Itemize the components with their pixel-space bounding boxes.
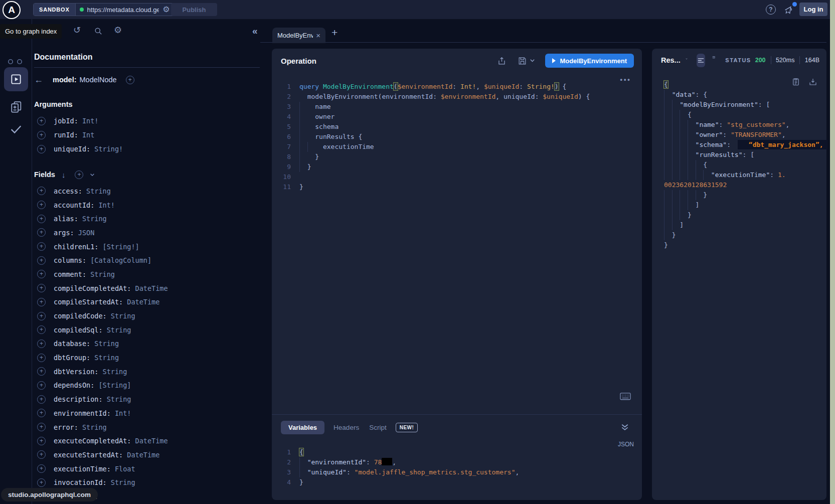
add-to-query-icon[interactable]: + xyxy=(37,354,46,362)
schema-field-row[interactable]: +dbtVersion: String xyxy=(34,365,261,379)
schema-field-row[interactable]: +jobId: Int! xyxy=(34,114,261,128)
schema-field-row[interactable]: +executeCompletedAt: DateTime xyxy=(34,434,261,448)
add-to-query-icon[interactable]: + xyxy=(37,367,46,376)
response-json[interactable]: {"data": {"modelByEnvironment": [{"name"… xyxy=(664,80,819,250)
schema-field-row[interactable]: +invocationId: String xyxy=(34,475,261,489)
add-to-query-icon[interactable]: + xyxy=(37,228,46,237)
schema-field-row[interactable]: +description: String xyxy=(34,392,261,406)
add-to-query-icon[interactable]: + xyxy=(37,409,46,417)
schema-field-row[interactable]: +compiledSql: String xyxy=(34,323,261,337)
chevron-down-icon[interactable] xyxy=(686,58,688,62)
schema-field-row[interactable]: +alias: String xyxy=(34,212,261,226)
share-icon[interactable] xyxy=(497,56,507,66)
new-tab-icon[interactable]: + xyxy=(331,27,338,39)
schema-field-row[interactable]: +comment: String xyxy=(34,267,261,281)
add-to-query-icon[interactable]: + xyxy=(37,242,46,251)
add-to-query-icon[interactable]: + xyxy=(37,256,46,265)
add-to-query-icon[interactable]: + xyxy=(37,450,46,459)
login-button[interactable]: Log in xyxy=(799,3,827,16)
keyboard-shortcuts-icon[interactable] xyxy=(620,393,631,401)
add-to-query-icon[interactable]: + xyxy=(37,215,46,223)
schema-field-row[interactable]: +uniqueId: String! xyxy=(34,142,261,156)
add-to-query-icon[interactable]: + xyxy=(37,284,46,292)
field-name: columns: xyxy=(54,256,86,264)
schema-field-row[interactable]: +childrenL1: [String!] xyxy=(34,240,261,254)
schema-field-row[interactable]: +accountId: Int! xyxy=(34,198,261,212)
schema-diff-nav-item[interactable] xyxy=(9,99,24,114)
schema-field-row[interactable]: +compiledCode: String xyxy=(34,309,261,323)
collapse-variables-icon[interactable] xyxy=(621,424,629,431)
schema-field-row[interactable]: +runId: Int xyxy=(34,128,261,142)
back-icon[interactable]: ← xyxy=(34,75,49,85)
graph-index-icon[interactable] xyxy=(7,59,25,65)
apollo-logo[interactable]: A xyxy=(3,1,21,19)
chevron-down-icon[interactable] xyxy=(90,173,95,177)
add-to-query-icon[interactable]: + xyxy=(37,340,46,348)
explorer-nav-item[interactable] xyxy=(4,67,28,91)
add-to-query-icon[interactable]: + xyxy=(37,201,46,209)
tab-headers[interactable]: Headers xyxy=(332,421,360,434)
announcements-icon[interactable] xyxy=(783,5,794,16)
add-to-query-icon[interactable]: + xyxy=(37,478,46,487)
tooltip: Go to graph index xyxy=(0,24,62,39)
schema-field-row[interactable]: +dependsOn: [String] xyxy=(34,379,261,393)
search-icon[interactable] xyxy=(93,26,103,36)
response-header: Res... STATUS 200 520ms 164B xyxy=(652,49,826,72)
variables-editor[interactable]: 1{2"environmentId": 78,3"uniqueId": "mod… xyxy=(278,447,519,487)
add-to-query-icon[interactable]: + xyxy=(37,145,46,153)
publish-button[interactable]: Publish xyxy=(171,3,217,16)
schema-field-row[interactable]: +args: JSON xyxy=(34,226,261,240)
add-to-query-icon[interactable]: + xyxy=(37,298,46,306)
tab-close-icon[interactable]: × xyxy=(316,31,320,40)
tab-modelbyenvironment[interactable]: ModelByEnvi... × xyxy=(272,28,325,43)
collapse-panel-icon[interactable]: « xyxy=(252,26,258,37)
add-to-query-icon[interactable]: + xyxy=(37,464,46,473)
schema-field-row[interactable]: +error: String xyxy=(34,420,261,434)
field-type-link[interactable]: ModelNode xyxy=(80,76,117,84)
schema-field-row[interactable]: +executeStartedAt: DateTime xyxy=(34,448,261,462)
schema-field-row[interactable]: +dbtGroup: String xyxy=(34,351,261,365)
add-to-query-icon[interactable]: + xyxy=(37,270,46,278)
editor-menu-icon[interactable]: ●●● xyxy=(620,77,631,82)
sort-icon[interactable]: ↓ xyxy=(62,171,66,179)
schema-field-row[interactable]: +environmentId: Int! xyxy=(34,406,261,420)
add-all-fields-icon[interactable]: + xyxy=(75,171,83,179)
endpoint-url[interactable]: https://metadata.cloud.get xyxy=(87,6,159,14)
add-to-query-icon[interactable]: + xyxy=(37,131,46,139)
add-to-query-icon[interactable]: + xyxy=(37,437,46,445)
field-name: environmentId: xyxy=(54,409,111,417)
checks-nav-item[interactable] xyxy=(9,121,24,136)
field-name: runId: xyxy=(54,131,78,139)
query-editor[interactable]: 1query ModelByEnvironment($environmentId… xyxy=(272,73,642,192)
settings-gear-icon[interactable]: ⚙ xyxy=(114,25,122,35)
schema-field-row[interactable]: +columns: [CatalogColumn] xyxy=(34,253,261,267)
add-to-query-icon[interactable]: + xyxy=(37,423,46,431)
code-line: { xyxy=(664,80,819,90)
add-to-query-icon[interactable]: + xyxy=(37,395,46,404)
history-icon[interactable]: ↺ xyxy=(73,25,81,35)
schema-field-row[interactable]: +compileCompletedAt: DateTime xyxy=(34,281,261,295)
add-field-icon[interactable]: + xyxy=(126,76,134,84)
run-operation-button[interactable]: ModelByEnvironment xyxy=(545,54,634,68)
add-to-query-icon[interactable]: + xyxy=(37,117,46,125)
tab-script[interactable]: Script xyxy=(368,421,388,434)
save-menu-chevron-icon[interactable] xyxy=(530,59,535,63)
schema-field-row[interactable]: +database: String xyxy=(34,337,261,351)
schema-field-row[interactable]: +access: String xyxy=(34,184,261,198)
endpoint-url-box[interactable]: https://metadata.cloud.get ⚙ xyxy=(76,4,174,16)
add-to-query-icon[interactable]: + xyxy=(37,312,46,320)
help-icon[interactable]: ? xyxy=(766,5,776,15)
schema-field-row[interactable]: +compileStartedAt: DateTime xyxy=(34,295,261,309)
add-to-query-icon[interactable]: + xyxy=(37,325,46,334)
tab-variables[interactable]: Variables xyxy=(281,421,324,434)
response-dropdown[interactable]: Res... xyxy=(661,56,681,64)
raw-view-toggle[interactable] xyxy=(697,54,705,67)
variables-mode-label: JSON xyxy=(618,441,634,448)
add-to-query-icon[interactable]: + xyxy=(37,187,46,195)
save-icon[interactable] xyxy=(518,56,527,66)
add-to-query-icon[interactable]: + xyxy=(37,381,46,390)
variables-tabbar: Variables Headers Script NEW! xyxy=(281,421,418,434)
table-view-toggle[interactable] xyxy=(712,56,716,65)
endpoint-settings-icon[interactable]: ⚙ xyxy=(162,6,170,14)
schema-field-row[interactable]: +executionTime: Float xyxy=(34,462,261,476)
